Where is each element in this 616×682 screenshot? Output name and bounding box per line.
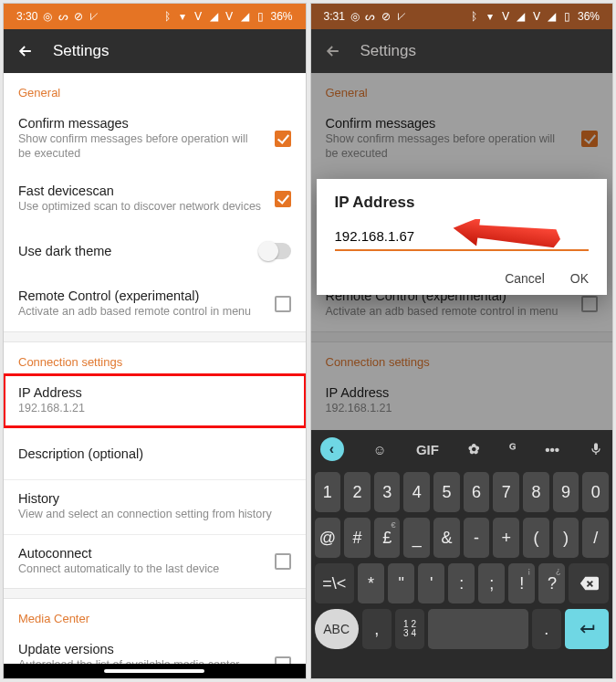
update-title: Update versions xyxy=(18,642,264,656)
sticker-icon[interactable]: ☺ xyxy=(373,442,387,457)
key-?[interactable]: ?¿ xyxy=(538,563,565,603)
bluetooth-icon: ᛒ xyxy=(162,11,172,22)
gear-icon[interactable]: ✿ xyxy=(468,441,480,457)
volte-icon-1: ᐯ xyxy=(193,11,204,22)
section-connection: Connection settings xyxy=(311,342,613,374)
key-£[interactable]: £€ xyxy=(374,518,401,558)
app-bar: Settings xyxy=(311,29,613,73)
autoconnect-checkbox[interactable] xyxy=(275,553,291,570)
battery-pct: 36% xyxy=(578,10,600,23)
translate-icon[interactable]: ᴳ xyxy=(509,441,516,457)
key-num-layout[interactable]: 1 23 4 xyxy=(395,609,424,649)
app-bar: Settings xyxy=(4,29,306,73)
key-&[interactable]: & xyxy=(433,518,460,558)
key--[interactable]: - xyxy=(464,518,490,558)
key-"[interactable]: " xyxy=(388,563,414,603)
section-connection: Connection settings xyxy=(4,342,306,374)
key-6[interactable]: 6 xyxy=(464,472,490,512)
key-comma[interactable]: , xyxy=(362,609,392,649)
section-general: General xyxy=(311,73,613,105)
status-block-icon: ⊘ xyxy=(73,11,84,22)
key-+[interactable]: + xyxy=(493,518,519,558)
row-confirm-messages: Confirm messages Show confirm messages b… xyxy=(311,105,613,173)
volte-icon-1: ᐯ xyxy=(500,11,511,22)
row-autoconnect[interactable]: Autoconnect Connect automatically to the… xyxy=(4,535,306,589)
key-_[interactable]: _ xyxy=(403,518,430,558)
ok-button[interactable]: OK xyxy=(570,271,589,286)
confirm-checkbox[interactable] xyxy=(275,131,291,147)
key-1[interactable]: 1 xyxy=(315,472,341,512)
fastscan-sub: Use optimized scan to discover network d… xyxy=(18,200,264,215)
key-:[interactable]: : xyxy=(448,563,475,603)
kb-row-2: @#£€_&-+()/ xyxy=(315,518,610,558)
kb-row-1: 1234567890 xyxy=(315,472,610,512)
row-dark-theme[interactable]: Use dark theme xyxy=(4,226,306,278)
signal-icon-1: ◢ xyxy=(516,11,527,22)
status-check-icon: ⩗ xyxy=(89,11,99,22)
key-;[interactable]: ; xyxy=(478,563,505,603)
key-8[interactable]: 8 xyxy=(523,472,549,512)
status-check-icon: ⩗ xyxy=(396,11,407,22)
status-bar: 3:31 ◎ ᔕ ⊘ ⩗ ᛒ ▾ ᐯ ◢ ᐯ ◢ ▯ 36% xyxy=(311,4,613,29)
row-confirm-messages[interactable]: Confirm messages Show confirm messages b… xyxy=(4,105,306,173)
key-)[interactable]: ) xyxy=(553,518,579,558)
status-time: 3:31 xyxy=(324,10,345,23)
volte-icon-2: ᐯ xyxy=(531,11,542,22)
key-/[interactable]: / xyxy=(582,518,609,558)
status-sync-icon: ᔕ xyxy=(365,11,376,22)
key-dot[interactable]: . xyxy=(532,609,561,649)
dialog-title: IP Address xyxy=(335,194,590,212)
key-#[interactable]: # xyxy=(344,518,371,558)
key-abc[interactable]: ABC xyxy=(315,609,359,649)
key-*[interactable]: * xyxy=(358,563,384,603)
ip-value: 192.168.1.21 xyxy=(18,402,291,416)
soft-keyboard: ‹ ☺ GIF ✿ ᴳ ••• 1234567890 @#£€_&-+()/ =… xyxy=(311,430,613,678)
key-enter[interactable] xyxy=(565,609,609,649)
key-3[interactable]: 3 xyxy=(374,472,401,512)
back-icon[interactable] xyxy=(324,42,342,60)
row-ip-address: IP Address 192.168.1.21 xyxy=(311,374,613,428)
settings-content: General Confirm messages Show confirm me… xyxy=(4,73,306,664)
cancel-button[interactable]: Cancel xyxy=(505,271,545,286)
row-fast-devicescan[interactable]: Fast devicescan Use optimized scan to di… xyxy=(4,173,306,226)
screenshot-left: 3:30 ◎ ᔕ ⊘ ⩗ ᛒ ▾ ᐯ ◢ ᐯ ◢ ▯ 36% Settings … xyxy=(3,3,307,679)
remote-title: Remote Control (experimental) xyxy=(18,289,264,303)
dark-switch[interactable] xyxy=(260,243,291,259)
fastscan-checkbox[interactable] xyxy=(275,191,291,207)
key-5[interactable]: 5 xyxy=(433,472,460,512)
desc-title: Description (optional) xyxy=(18,446,291,461)
row-remote-control[interactable]: Remote Control (experimental) Activate a… xyxy=(4,278,306,331)
gif-button[interactable]: GIF xyxy=(416,442,439,457)
remote-checkbox[interactable] xyxy=(275,296,291,312)
key-![interactable]: !¡ xyxy=(508,563,535,603)
kb-expand-icon[interactable]: ‹ xyxy=(320,437,344,461)
key-9[interactable]: 9 xyxy=(553,472,579,512)
key-@[interactable]: @ xyxy=(315,518,341,558)
section-general: General xyxy=(4,73,306,105)
back-icon[interactable] xyxy=(16,42,35,60)
row-ip-address[interactable]: IP Address 192.168.1.21 xyxy=(4,374,306,428)
update-checkbox[interactable] xyxy=(275,656,291,664)
key-symbols[interactable]: =\< xyxy=(315,563,355,603)
keyboard-toolbar: ‹ ☺ GIF ✿ ᴳ ••• xyxy=(311,430,613,468)
key-7[interactable]: 7 xyxy=(493,472,519,512)
key-'[interactable]: ' xyxy=(418,563,444,603)
row-update-versions[interactable]: Update versions Autoreload the list of a… xyxy=(4,631,306,664)
key-backspace[interactable] xyxy=(569,563,609,603)
mic-icon[interactable] xyxy=(589,442,603,456)
key-2[interactable]: 2 xyxy=(344,472,371,512)
screenshot-right: 3:31 ◎ ᔕ ⊘ ⩗ ᛒ ▾ ᐯ ◢ ᐯ ◢ ▯ 36% Settings … xyxy=(310,3,614,679)
nav-bar xyxy=(4,664,306,678)
row-description[interactable]: Description (optional) xyxy=(4,428,306,479)
more-icon[interactable]: ••• xyxy=(545,442,559,457)
row-history[interactable]: History View and select an connection se… xyxy=(4,480,306,534)
page-title: Settings xyxy=(53,42,109,60)
key-([interactable]: ( xyxy=(523,518,549,558)
update-sub: Autoreload the list of available media c… xyxy=(18,658,264,664)
key-space[interactable] xyxy=(428,609,527,649)
battery-pct: 36% xyxy=(270,10,292,23)
key-0[interactable]: 0 xyxy=(582,472,609,512)
key-4[interactable]: 4 xyxy=(403,472,430,512)
volte-icon-2: ᐯ xyxy=(224,11,235,22)
confirm-title: Confirm messages xyxy=(18,116,264,131)
